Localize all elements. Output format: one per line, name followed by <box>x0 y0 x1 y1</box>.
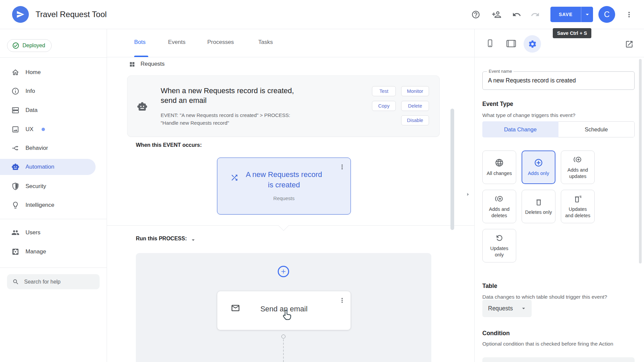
gear-icon <box>528 40 537 49</box>
tab-events[interactable]: Events <box>168 39 185 46</box>
process-step-menu[interactable] <box>338 297 346 304</box>
disable-button[interactable]: Disable <box>401 115 429 125</box>
option-deletes-only[interactable]: Deletes only <box>522 190 555 223</box>
panel-scrollbar[interactable] <box>639 59 642 263</box>
status-badge-label: Deployed <box>22 43 45 49</box>
sidebar-item-home[interactable]: Home <box>0 64 96 80</box>
process-canvas: Send an email <box>136 253 431 362</box>
refresh-icon <box>495 234 504 242</box>
sidebar-item-security[interactable]: Security <box>0 178 96 194</box>
app-logo[interactable] <box>12 6 29 23</box>
sidebar-item-ux[interactable]: UX <box>0 121 96 137</box>
panel-expander-chevron[interactable] <box>465 191 471 197</box>
add-step-button[interactable] <box>278 266 289 277</box>
avatar-initial: C <box>604 10 610 19</box>
sidebar-item-intelligence[interactable]: Intelligence <box>0 197 96 213</box>
tab-tasks[interactable]: Tasks <box>258 39 273 46</box>
bot-title: When a new Requests record is created, s… <box>161 86 312 105</box>
undo-button[interactable] <box>512 0 521 29</box>
more-options-button[interactable] <box>625 0 633 29</box>
breadcrumb: Requests <box>141 61 165 67</box>
manage-icon <box>11 248 19 256</box>
event-node-title: A new Requests record is created <box>244 169 324 190</box>
settings-tab-button[interactable] <box>524 35 541 53</box>
redo-button[interactable] <box>531 0 540 29</box>
status-badge[interactable]: Deployed <box>7 39 52 52</box>
event-type-heading: Event Type <box>482 101 513 108</box>
tablet-icon <box>506 40 517 48</box>
info-icon <box>11 87 19 95</box>
phone-view-button[interactable] <box>486 39 494 48</box>
copy-button[interactable]: Copy <box>372 101 396 111</box>
monitor-button[interactable]: Monitor <box>401 86 429 96</box>
open-in-new-button[interactable] <box>625 40 634 49</box>
sidebar-item-data[interactable]: Data <box>0 102 96 118</box>
main-scrollbar[interactable] <box>450 109 454 230</box>
branch-icon <box>11 144 19 152</box>
plus-icon <box>280 268 286 275</box>
grid-icon <box>129 61 136 68</box>
divider <box>107 225 474 226</box>
share-button[interactable] <box>492 0 501 29</box>
check-circle-icon <box>12 42 19 49</box>
table-dropdown[interactable]: Requests <box>482 300 532 317</box>
process-dropdown-caret[interactable] <box>190 237 197 243</box>
tablet-view-button[interactable] <box>506 40 517 48</box>
search-icon <box>12 279 19 285</box>
test-button[interactable]: Test <box>372 86 396 96</box>
segment-data-change[interactable]: Data Change <box>482 121 558 137</box>
person-add-icon <box>492 10 501 19</box>
section-notch <box>278 220 289 231</box>
connector-line <box>283 339 284 362</box>
kebab-menu-icon <box>625 10 633 19</box>
event-section-label: When this EVENT occurs: <box>136 142 202 148</box>
event-node-menu[interactable] <box>338 163 346 171</box>
event-type-question: What type of change triggers this event? <box>482 111 575 120</box>
sidebar-item-automation[interactable]: Automation <box>0 159 96 175</box>
appsheet-automation-editor: Travel Request Tool SAVE <box>0 0 644 362</box>
condition-heading: Condition <box>482 330 510 337</box>
divider <box>107 57 474 57</box>
sidebar-item-info[interactable]: Info <box>0 83 96 99</box>
add-circle-arc-icon <box>494 194 504 203</box>
page-title: Travel Request Tool <box>36 0 107 29</box>
event-name-input[interactable] <box>483 72 634 89</box>
search-input[interactable] <box>23 279 92 285</box>
tab-processes[interactable]: Processes <box>207 39 234 46</box>
condition-input-preview[interactable] <box>482 357 635 362</box>
segment-schedule[interactable]: Schedule <box>558 121 635 137</box>
add-circle-arc-icon <box>573 155 583 164</box>
event-node-table: Requests <box>251 195 318 201</box>
shuffle-icon <box>230 173 239 182</box>
process-section-label: Run this PROCESS: <box>136 236 187 242</box>
sidebar-item-manage[interactable]: Manage <box>0 244 96 260</box>
table-dropdown-value: Requests <box>488 305 513 312</box>
save-tooltip: Save Ctrl + S <box>553 28 591 38</box>
globe-icon <box>495 158 504 167</box>
home-icon <box>11 68 19 76</box>
delete-button[interactable]: Delete <box>401 101 429 111</box>
phone-icon <box>486 39 494 48</box>
save-dropdown-button[interactable] <box>581 11 593 18</box>
sidebar-item-users[interactable]: Users <box>0 225 96 241</box>
sidebar-item-behavior[interactable]: Behavior <box>0 140 96 156</box>
image-icon <box>11 125 19 133</box>
trash-icon <box>534 197 543 206</box>
bot-card[interactable]: When a new Requests record is created, s… <box>127 75 440 137</box>
shield-icon <box>11 182 19 190</box>
avatar[interactable]: C <box>598 6 615 23</box>
app-header: Travel Request Tool SAVE <box>0 0 644 29</box>
option-adds-and-deletes[interactable]: Adds and deletes <box>482 190 516 223</box>
option-updates-only[interactable]: Updates only <box>482 229 516 262</box>
option-updates-and-deletes[interactable]: Updates and deletes <box>561 190 595 223</box>
event-node[interactable]: A new Requests record is created Request… <box>217 158 351 215</box>
option-all-changes[interactable]: All changes <box>482 150 516 184</box>
save-button[interactable]: SAVE <box>550 7 593 22</box>
help-button[interactable] <box>471 0 480 29</box>
option-adds-and-updates[interactable]: Adds and updates <box>561 150 595 184</box>
help-icon <box>471 10 480 19</box>
help-search[interactable] <box>7 274 100 289</box>
option-adds-only[interactable]: Adds only <box>522 150 555 184</box>
tab-bots[interactable]: Bots <box>134 39 146 46</box>
ux-notification-dot <box>42 128 45 131</box>
